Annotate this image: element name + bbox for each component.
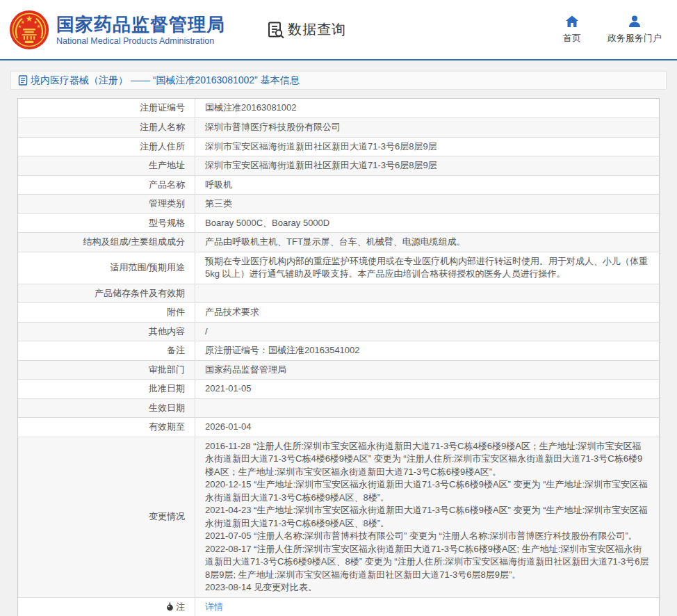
- row-value-text: 产品技术要求: [205, 306, 259, 319]
- row-label-text: 注: [176, 601, 185, 614]
- table-row: 注详情: [18, 597, 659, 616]
- row-label-text: 附件: [167, 306, 185, 319]
- row-value-text: 国械注准20163081002: [205, 102, 297, 115]
- row-label-text: 产品名称: [149, 179, 185, 192]
- row-label-text: 型号规格: [149, 217, 185, 230]
- page-content: 境内医疗器械（注册） —— “国械注准20163081002” 基本信息 注册证…: [0, 60, 677, 616]
- nav-portal-label: 政务服务门户: [607, 32, 662, 44]
- row-label-text: 有效期至: [149, 421, 185, 434]
- row-value: 国家药品监督管理局: [195, 361, 659, 380]
- row-label-text: 适用范围/预期用途: [110, 261, 185, 275]
- site-title-cn: 国家药品监督管理局: [56, 14, 225, 35]
- svg-text:★: ★: [26, 14, 33, 24]
- user-icon: [628, 15, 642, 29]
- row-label: 变更情况: [18, 437, 195, 597]
- row-value-text: 第三类: [205, 197, 232, 211]
- row-value: 国械注准20163081002: [195, 99, 659, 117]
- table-row: 结构及组成/主要组成成分产品由呼吸机主机、TFT显示屏、台车、机械臂、电源电缆组…: [18, 232, 659, 252]
- table-row: 审批部门国家药品监督管理局: [18, 360, 659, 380]
- row-label: 适用范围/预期用途: [18, 252, 195, 284]
- table-row: 其他内容/: [18, 322, 659, 341]
- national-emblem-icon: ★ ★ ★ ★ ★: [9, 10, 49, 50]
- row-label: 注册证编号: [18, 99, 195, 117]
- row-value: 深圳市普博医疗科技股份有限公司: [195, 118, 659, 137]
- data-query-icon: [267, 21, 285, 39]
- info-table: 注册证编号国械注准20163081002注册人名称深圳市普博医疗科技股份有限公司…: [17, 98, 660, 616]
- site-title-en: National Medical Products Administration: [56, 36, 225, 46]
- svg-text:★: ★: [37, 24, 41, 29]
- table-row: 批准日期2021-01-05: [18, 379, 659, 398]
- row-value-text: 原注册证编号：国械注准20163541002: [205, 344, 360, 357]
- row-value: /: [195, 323, 659, 341]
- row-label: 产品储存条件及有效期: [18, 284, 195, 303]
- row-value: 深圳市宝安区福海街道新田社区新田大道71-3号6层8层9层: [195, 156, 659, 175]
- row-label-text: 管理类别: [149, 197, 185, 211]
- row-value-text: 呼吸机: [205, 179, 232, 192]
- row-value: [195, 399, 659, 418]
- header-nav: 首页 政务服务门户: [563, 15, 662, 44]
- table-row: 生效日期: [18, 398, 659, 418]
- table-row: 型号规格Boaray 5000C、Boaray 5000D: [18, 213, 659, 233]
- table-row: 产品名称呼吸机: [18, 175, 659, 195]
- detail-link[interactable]: 详情: [205, 601, 223, 614]
- row-value: [195, 284, 659, 303]
- row-label-text: 注册人名称: [140, 121, 185, 134]
- note-icon: [166, 602, 174, 611]
- site-title-block: 国家药品监督管理局 National Medical Products Admi…: [56, 14, 225, 46]
- row-value-text: 预期在专业医疗机构内部的重症监护环境使用或在专业医疗机构内部进行转运时使用。用于…: [205, 255, 649, 281]
- row-value: 2026-01-04: [195, 418, 659, 437]
- table-row: 生产地址深圳市宝安区福海街道新田社区新田大道71-3号6层8层9层: [18, 156, 659, 175]
- row-value: 第三类: [195, 195, 659, 213]
- site-header: ★ ★ ★ ★ ★ 国家药品监督管理局 National Medical Pro…: [0, 0, 677, 60]
- breadcrumb-text: 境内医疗器械（注册） —— “国械注准20163081002” 基本信息: [31, 74, 300, 87]
- row-label: 生产地址: [18, 156, 195, 175]
- row-label: 注册人住所: [18, 138, 195, 156]
- row-label: 审批部门: [18, 361, 195, 380]
- home-icon: [565, 15, 579, 29]
- row-label-text: 产品储存条件及有效期: [95, 287, 185, 300]
- table-row: 有效期至2026-01-04: [18, 417, 659, 437]
- row-value: Boaray 5000C、Boaray 5000D: [195, 214, 659, 233]
- row-label-text: 审批部门: [149, 364, 185, 377]
- row-label-text: 批准日期: [149, 382, 185, 396]
- row-label-text: 注册证编号: [140, 102, 185, 115]
- table-row: 附件产品技术要求: [18, 302, 659, 322]
- table-row: 管理类别第三类: [18, 194, 659, 213]
- row-label-text: 结构及组成/主要组成成分: [83, 236, 185, 249]
- row-value-text: 国家药品监督管理局: [205, 364, 286, 377]
- row-value-text: 深圳市宝安区福海街道新田社区新田大道71-3号6层8层9层: [205, 159, 437, 172]
- row-value-text: 2016-11-28 “注册人住所:深圳市宝安区福永街道新田大道71-3号C栋4…: [205, 440, 649, 594]
- breadcrumb: 境内医疗器械（注册） —— “国械注准20163081002” 基本信息: [10, 71, 667, 90]
- table-row: 备注原注册证编号：国械注准20163541002: [18, 341, 659, 360]
- row-value: 2016-11-28 “注册人住所:深圳市宝安区福永街道新田大道71-3号C栋4…: [195, 437, 659, 597]
- row-value-text: Boaray 5000C、Boaray 5000D: [205, 217, 329, 230]
- table-row: 注册人住所深圳市宝安区福海街道新田社区新田大道71-3号6层8层9层: [18, 137, 659, 156]
- row-value: 产品由呼吸机主机、TFT显示屏、台车、机械臂、电源电缆组成。: [195, 233, 659, 252]
- nav-home-label: 首页: [563, 32, 581, 44]
- row-label: 有效期至: [18, 418, 195, 437]
- table-row: 注册证编号国械注准20163081002: [18, 99, 659, 117]
- nav-home[interactable]: 首页: [563, 15, 581, 44]
- row-value-text: 2021-01-05: [205, 382, 252, 396]
- table-row: 变更情况2016-11-28 “注册人住所:深圳市宝安区福永街道新田大道71-3…: [18, 437, 659, 597]
- row-label-text: 生效日期: [149, 402, 185, 415]
- nmpa-logo[interactable]: ★ ★ ★ ★ ★: [9, 10, 49, 50]
- row-label: 注册人名称: [18, 118, 195, 137]
- row-label-text: 备注: [167, 344, 185, 357]
- row-value: 深圳市宝安区福海街道新田社区新田大道71-3号6层8层9层: [195, 138, 659, 156]
- row-value-text: 深圳市普博医疗科技股份有限公司: [205, 121, 341, 134]
- row-value: 2021-01-05: [195, 380, 659, 398]
- row-value-text: 产品由呼吸机主机、TFT显示屏、台车、机械臂、电源电缆组成。: [205, 236, 466, 249]
- svg-text:★: ★: [18, 24, 22, 29]
- row-label: 其他内容: [18, 323, 195, 341]
- nav-portal[interactable]: 政务服务门户: [607, 15, 662, 44]
- row-value: 详情: [195, 598, 659, 616]
- row-label: 附件: [18, 303, 195, 322]
- row-label: 备注: [18, 341, 195, 360]
- data-query-label: 数据查询: [288, 20, 346, 39]
- table-row: 注册人名称深圳市普博医疗科技股份有限公司: [18, 117, 659, 137]
- row-label: 产品名称: [18, 176, 195, 195]
- data-query-nav[interactable]: 数据查询: [267, 20, 346, 39]
- row-label: 注: [18, 598, 195, 616]
- row-value-text: 深圳市宝安区福海街道新田社区新田大道71-3号6层8层9层: [205, 140, 437, 154]
